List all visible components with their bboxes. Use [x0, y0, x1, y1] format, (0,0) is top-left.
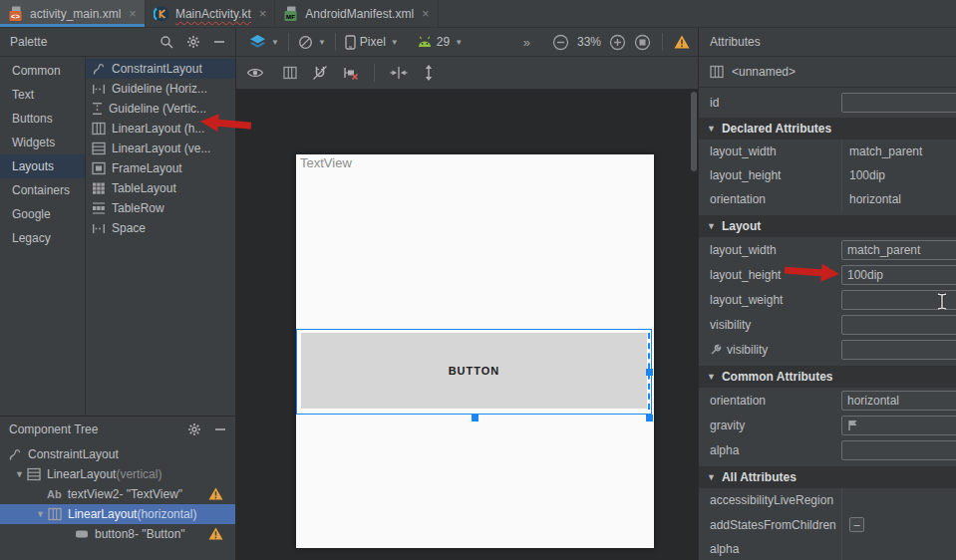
- attribute-value-input[interactable]: [858, 419, 956, 432]
- component-tree-node[interactable]: ▼LinearLayout(vertical): [0, 464, 235, 484]
- constraintlayout-icon: [8, 447, 22, 461]
- editor-tab[interactable]: MFAndroidManifest.xml×: [275, 0, 438, 27]
- editor-tab[interactable]: <>activity_main.xml×: [0, 0, 146, 27]
- close-icon[interactable]: ×: [422, 7, 430, 20]
- attribute-section-header[interactable]: ▼Common Attributes: [699, 366, 956, 388]
- id-input[interactable]: [844, 96, 956, 110]
- palette-category-legacy[interactable]: Legacy: [0, 226, 85, 250]
- palette-item[interactable]: LinearLayout (ve...: [86, 139, 235, 158]
- palette-category-common[interactable]: Common: [0, 59, 85, 83]
- attribute-row: layout_width: [699, 237, 956, 262]
- canvas-textview[interactable]: TextView: [300, 155, 352, 170]
- indeterminate-checkbox[interactable]: –: [849, 517, 864, 532]
- attribute-section-header[interactable]: ▼Layout: [699, 215, 956, 237]
- expand-arrow-icon[interactable]: ▼: [33, 509, 48, 519]
- gear-icon[interactable]: [186, 35, 200, 49]
- toolbar-overflow-button[interactable]: »: [523, 35, 530, 50]
- editor-tab[interactable]: MainActivity.kt×: [146, 0, 275, 27]
- attribute-section-header[interactable]: ▼Declared Attributes: [699, 118, 956, 140]
- attribute-value-text: horizontal: [849, 192, 901, 206]
- attribute-row: gravity: [699, 413, 956, 437]
- layout-variant-selector[interactable]: ▼: [240, 34, 288, 50]
- clear-constraints-icon[interactable]: [343, 65, 359, 81]
- selection-handle-bottom-right[interactable]: [646, 415, 653, 421]
- palette-category-buttons[interactable]: Buttons: [0, 107, 85, 131]
- attribute-value-input[interactable]: [844, 268, 956, 282]
- theme-selector[interactable]: ▼: [289, 35, 335, 50]
- pack-horizontally-icon[interactable]: [390, 66, 408, 80]
- toolbar-separator: [662, 33, 663, 51]
- palette-item[interactable]: ConstraintLayout: [86, 59, 235, 79]
- minimize-icon[interactable]: [214, 423, 226, 435]
- attribute-label: alpha: [710, 443, 739, 457]
- palette-category-google[interactable]: Google: [0, 202, 85, 226]
- expand-arrow-icon[interactable]: ▼: [12, 469, 27, 479]
- attribute-label: orientation: [710, 192, 766, 206]
- palette-category-layouts[interactable]: Layouts: [0, 154, 85, 178]
- canvas-button[interactable]: BUTTON: [301, 333, 647, 409]
- api-level-label: 29: [437, 35, 450, 49]
- palette-item[interactable]: Guideline (Horiz...: [86, 79, 235, 99]
- palette-category-containers[interactable]: Containers: [0, 178, 85, 202]
- chevron-down-icon: ▼: [271, 38, 279, 47]
- palette-item[interactable]: TableRow: [86, 198, 235, 218]
- component-tree-node[interactable]: button8- "Button": [0, 524, 235, 544]
- close-icon[interactable]: ×: [129, 7, 137, 20]
- svg-text:MF: MF: [286, 12, 295, 19]
- component-tree-node[interactable]: AbtextView2- "TextView": [0, 484, 235, 504]
- search-icon[interactable]: [159, 35, 173, 49]
- attribute-value-input[interactable]: [844, 443, 956, 457]
- attribute-row: orientationhorizontal: [699, 187, 956, 211]
- minimize-icon[interactable]: [213, 36, 225, 48]
- autoconnect-off-magnet-icon[interactable]: [312, 65, 328, 81]
- selection-handle-right[interactable]: [646, 369, 653, 376]
- gear-icon[interactable]: [187, 422, 201, 436]
- attribute-value-input[interactable]: [844, 394, 956, 408]
- canvas-scrollbar-thumb[interactable]: [691, 92, 697, 171]
- zoom-to-fit-button[interactable]: [634, 34, 651, 51]
- orientation-in-editor-icon[interactable]: [283, 66, 297, 80]
- palette-category-widgets[interactable]: Widgets: [0, 131, 85, 154]
- component-tree-node[interactable]: ConstraintLayout: [0, 444, 235, 464]
- close-icon[interactable]: ×: [259, 7, 267, 20]
- palette-item[interactable]: TableLayout: [86, 178, 235, 198]
- annotation-arrow-palette-linearlayout-h: [199, 111, 253, 137]
- attribute-value-input[interactable]: [844, 318, 956, 332]
- palette-header: Palette: [0, 28, 236, 56]
- zoom-in-button[interactable]: [609, 34, 626, 51]
- component-tree-title: Component Tree: [9, 422, 98, 436]
- palette-item[interactable]: Space: [86, 218, 235, 238]
- view-options-eye-icon[interactable]: [246, 67, 264, 79]
- design-surface-toolbar: [236, 57, 698, 90]
- warnings-button[interactable]: [674, 35, 690, 49]
- api-version-selector[interactable]: 29 ▼: [408, 35, 472, 49]
- warning-icon: [208, 527, 223, 540]
- attribute-value-input[interactable]: [844, 243, 956, 257]
- flag-icon: [847, 420, 858, 431]
- expand-vertically-icon[interactable]: [423, 65, 435, 81]
- device-screen[interactable]: TextView BUTTON: [296, 154, 654, 548]
- device-selector[interactable]: Pixel ▼: [336, 35, 408, 50]
- component-tree-header: Component Tree: [0, 416, 235, 442]
- attribute-value-input[interactable]: [844, 343, 956, 357]
- attribute-section-header[interactable]: ▼All Attributes: [699, 466, 956, 488]
- id-attribute-row: id: [699, 88, 956, 118]
- palette-category-text[interactable]: Text: [0, 83, 85, 107]
- android-icon: [417, 36, 433, 48]
- collapse-arrow-icon: ▼: [707, 124, 716, 134]
- linearlayout-horizontal-icon: [48, 507, 62, 521]
- device-label: Pixel: [360, 35, 386, 49]
- editor-tab-bar: <>activity_main.xml×MainActivity.kt×MFAn…: [0, 0, 956, 28]
- zoom-out-button[interactable]: [552, 34, 569, 51]
- design-canvas[interactable]: TextView BUTTON: [236, 90, 698, 560]
- attributes-title: Attributes: [710, 35, 761, 49]
- chevron-down-icon: ▼: [391, 38, 399, 47]
- phone-icon: [345, 35, 356, 50]
- theme-icon: [298, 35, 313, 50]
- selection-handle-bottom[interactable]: [472, 415, 478, 421]
- tablerow-icon: [92, 201, 106, 215]
- attributes-panel-header: Attributes: [698, 28, 956, 56]
- selected-component-name: <unnamed>: [732, 65, 796, 79]
- palette-item[interactable]: FrameLayout: [86, 158, 235, 178]
- component-tree-node[interactable]: ▼LinearLayout(horizontal): [0, 504, 235, 524]
